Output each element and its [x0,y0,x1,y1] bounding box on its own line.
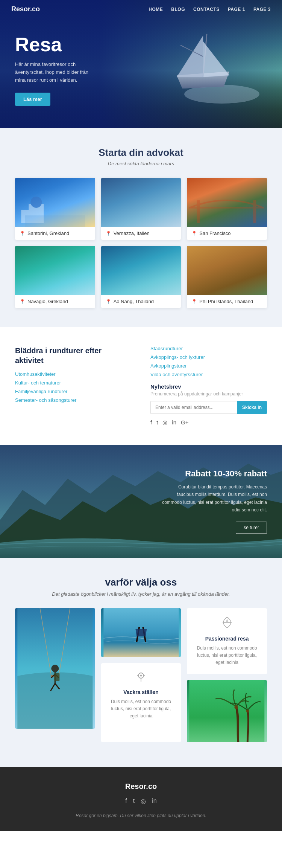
destination-img-navagio [15,246,95,295]
bladra-link-list-right: Stadsrundturer Avkopplings- och lyxturer… [150,346,267,377]
email-submit-button[interactable]: Skicka in [237,401,267,414]
destinations-grid: 📍 Santorini, Grekland 📍 Vernazza, Italie… [15,178,267,308]
social-linkedin-icon[interactable]: in [172,419,176,426]
bladra-link-stads[interactable]: Stadsrundturer [150,346,267,351]
pin-icon-aonang: 📍 [106,299,111,304]
varfor-grid: Vackra ställen Duis mollis, est non comm… [15,608,267,748]
destination-card-aonang[interactable]: 📍 Ao Nang, Thailand [101,246,181,308]
social-facebook-icon[interactable]: f [150,419,152,426]
destination-img-sf [187,178,267,227]
bladra-link-semester[interactable]: Semester- och säsongsturer [15,397,132,403]
nav-logo: Resor.co [11,5,40,13]
nyhetsbrev-box: Nyhetsbrev Prenumerera på uppdateringar … [150,383,267,426]
bladra-nyhet-grid: Bläddra i rundturer efter aktivitet Utom… [15,346,267,426]
bladra-nyhet-right: Stadsrundturer Avkopplings- och lyxturer… [150,346,267,426]
starta-title: Starta din advokat [15,147,267,159]
destination-img-phiphi [187,246,267,295]
social-icons: f t ◎ in G+ [150,419,267,426]
bladra-link-list-left: Utomhusaktiviteter Kultur- och tematurer… [15,371,132,403]
rabatt-section: Rabatt 10-30% rabatt Curabitur blandit t… [0,445,282,558]
varfor-vackra-title: Vackra ställen [123,689,158,695]
destination-name-phiphi: Phi Phi Islands, Thailand [199,299,253,304]
destination-card-phiphi[interactable]: 📍 Phi Phi Islands, Thailand [187,246,267,308]
varfor-section: varför välja oss Det gladaste ögonblicke… [0,558,282,767]
destination-card-sf[interactable]: 📍 San Francisco [187,178,267,240]
bladra-link-avkopplings[interactable]: Avkopplings- och lyxturer [150,354,267,360]
pin-icon-phiphi: 📍 [191,299,197,304]
svg-point-5 [30,197,42,208]
svg-rect-6 [25,215,85,227]
email-input[interactable] [150,401,237,414]
varfor-vackra-card: Vackra ställen Duis mollis, est non comm… [101,663,181,742]
destination-card-santorini[interactable]: 📍 Santorini, Grekland [15,178,95,240]
nyhetsbrev-title: Nyhetsbrev [150,383,267,390]
footer-linkedin-icon[interactable]: in [152,798,156,805]
footer-social: f t ◎ in [15,798,267,805]
varfor-passionerad-card: Passionerad resa Duis mollis, est non co… [187,608,267,674]
destination-card-navagio[interactable]: 📍 Navagio, Grekland [15,246,95,308]
nyhetsbrev-desc: Prenumerera på uppdateringar och kampanj… [150,391,267,397]
varfor-palm-image [187,680,267,742]
social-googleplus-icon[interactable]: G+ [181,419,188,426]
footer-logo: Resor.co [15,782,267,791]
svg-point-15 [51,665,59,672]
varfor-left-col [15,608,95,748]
pin-icon-navagio: 📍 [20,299,25,304]
bladra-nyhetsbrev-section: Bläddra i rundturer efter aktivitet Utom… [0,327,282,445]
varfor-passionerad-desc: Duis mollis, est non commodo luctus, nis… [194,645,260,667]
nav-home[interactable]: HOME [149,7,163,12]
destination-name-aonang: Ao Nang, Thailand [114,299,154,304]
social-twitter-icon[interactable]: t [156,419,158,426]
pin-location-icon [135,671,147,685]
destination-name-vernazza: Vernazza, Italien [114,230,150,236]
varfor-passionerad-title: Passionerad resa [205,636,249,642]
svg-point-23 [246,709,249,712]
destination-info-aonang: 📍 Ao Nang, Thailand [101,295,181,308]
destination-name-sf: San Francisco [199,230,230,236]
svg-point-19 [140,675,142,677]
nav-page1[interactable]: PAGE 1 [228,7,245,12]
footer-twitter-icon[interactable]: t [133,798,135,805]
destination-info-sf: 📍 San Francisco [187,227,267,240]
varfor-swing-image [15,608,95,729]
footer-facebook-icon[interactable]: f [125,798,127,805]
destination-img-vernazza [101,178,181,227]
bladra-title: Bläddra i rundturer efter aktivitet [15,346,132,365]
main-nav: Resor.co HOME BLOG CONTACTS PAGE 1 PAGE … [0,0,282,18]
bladra-link-avkoppl2[interactable]: Avkopplingsturer [150,363,267,369]
pin-icon-sf: 📍 [191,231,197,236]
bladra-link-utomhus[interactable]: Utomhusaktiviteter [15,371,132,377]
destination-name-santorini: Santorini, Grekland [27,230,69,236]
rabatt-button[interactable]: se turer [236,522,267,534]
svg-rect-21 [190,680,265,742]
svg-rect-16 [54,673,59,681]
bladra-link-vilda[interactable]: Vilda och äventyrssturer [150,372,267,377]
social-instagram-icon[interactable]: ◎ [162,419,167,426]
nav-page3[interactable]: PAGE 3 [253,7,271,12]
bladra-link-familj[interactable]: Familjevänliga rundturer [15,389,132,394]
varfor-subtitle: Det gladaste ögonblicket i mänskligt liv… [15,591,267,597]
varfor-beach-image [101,608,181,657]
pin-icon-vernazza: 📍 [106,231,111,236]
destination-card-vernazza[interactable]: 📍 Vernazza, Italien [101,178,181,240]
svg-point-22 [235,705,238,709]
destination-img-santorini [15,178,95,227]
footer-text: Resor gör en bigsam. Du ser vilken liten… [15,812,267,819]
nav-blog[interactable]: BLOG [171,7,185,12]
destination-img-aonang [101,246,181,295]
hero-section: Resor.co HOME BLOG CONTACTS PAGE 1 PAGE … [0,0,282,128]
destination-info-phiphi: 📍 Phi Phi Islands, Thailand [187,295,267,308]
footer-instagram-icon[interactable]: ◎ [141,798,146,805]
nav-contacts[interactable]: CONTACTS [193,7,220,12]
airplane-icon [220,616,234,632]
bladra-link-kultur[interactable]: Kultur- och tematurer [15,380,132,386]
rabatt-text: Curabitur blandit tempus porttitor. Maec… [162,483,267,514]
hero-cta-button[interactable]: Läs mer [15,93,50,106]
rabatt-title: Rabatt 10-30% rabatt [162,469,267,479]
hero-subtitle: Här är mina favoritresor och äventyrscit… [15,61,98,84]
email-form: Skicka in [150,401,267,414]
rabatt-content: Rabatt 10-30% rabatt Curabitur blandit t… [162,469,267,534]
destination-info-navagio: 📍 Navagio, Grekland [15,295,95,308]
nav-links: HOME BLOG CONTACTS PAGE 1 PAGE 3 [149,7,271,12]
varfor-vackra-desc: Duis mollis, est non commodo luctus, nis… [108,698,174,720]
